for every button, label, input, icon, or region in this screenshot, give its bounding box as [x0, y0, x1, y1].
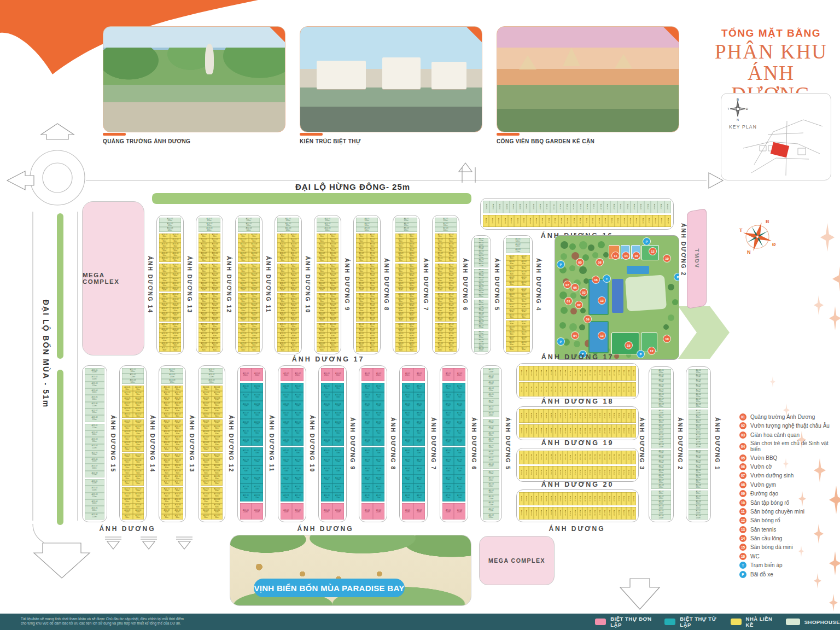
lot-cell: A8-1080m² — [406, 252, 417, 257]
lot-cell: A8-0980m² — [395, 342, 406, 347]
lot-strip: A11-01120m²A11-02120m²A11-03120m²A11-018… — [275, 215, 302, 354]
lot-cell: A9-0780m² — [356, 337, 367, 342]
lot-cell: A18-07 — [549, 424, 553, 438]
lot-cell: A7-1070m² — [454, 419, 465, 428]
lot-cell: A8-0370m² — [402, 457, 413, 465]
lot-cell: A7-1470m² — [454, 437, 465, 446]
lot-cell: A3-04120m² — [651, 464, 671, 469]
lot-cell: A20-06 — [544, 507, 549, 520]
lot-group: A5-0180m²A5-0280m²A5-0380m²A5-0480m²A5-0… — [506, 255, 530, 286]
lot-cell: A14-0580m² — [161, 464, 172, 470]
lot-cell: A7-0880m² — [446, 278, 457, 283]
lot-cell: A8-1080m² — [406, 312, 417, 317]
amenity-label: Sân tập bóng rổ — [750, 500, 789, 506]
lot-cell: A3-05120m² — [651, 429, 671, 434]
lot-cell: A10-0780m² — [317, 278, 328, 283]
lot-block-ad17: A17-01A17-02A17-03A17-04A17-05A17-06A17-… — [516, 363, 639, 399]
lot-cell: A15-0680m² — [133, 464, 144, 470]
tree-icon — [582, 254, 589, 261]
lot-group: A8-01250m²A8-02250m² — [402, 368, 425, 381]
lot-cell: A9-0880m² — [367, 307, 378, 312]
lot-cell: A18-08 — [553, 424, 558, 438]
lot-cell: A7-03120m² — [435, 227, 457, 232]
lot-group: A11-01120m²A11-02120m²A11-03120m² — [277, 218, 299, 232]
lot-cell: A10-0270m² — [332, 447, 344, 456]
lot-cell: A2-03120m² — [689, 379, 708, 384]
lot-cell: A8-1170m² — [402, 428, 413, 436]
lot-cell: A15-08120m² — [85, 415, 104, 422]
lot-cell: A10-0280m² — [328, 293, 339, 298]
lot-cell: A13-1080m² — [212, 441, 223, 447]
lot-cell: A18-21 — [616, 409, 621, 423]
lot-cell: A16-08 — [527, 215, 533, 228]
lot-cell: A18-20 — [611, 424, 616, 438]
lot-cell: A13-0680m² — [212, 464, 223, 470]
lot-cell: A6-06120m² — [474, 290, 488, 294]
lot-cell: A13-0980m² — [201, 509, 212, 514]
lot-cell: A12-0570m² — [240, 465, 252, 474]
lot-cell: A9-1080m² — [367, 252, 378, 257]
lot-group: A10-01120m²A10-02120m²A10-03120m² — [317, 218, 339, 232]
lot-cell: A16-25 — [644, 201, 651, 213]
lot-cell: A15-0980m² — [122, 441, 133, 447]
lot-cell: A11-1180m² — [277, 287, 288, 292]
street-label-ad20: ÁNH DƯƠNG 20 — [516, 481, 639, 488]
lot-cell: A18-23 — [626, 424, 631, 438]
lot-cell: A17-05 — [539, 382, 544, 397]
lot-cell: A2-04120m² — [689, 464, 708, 469]
lot-cell: A9-1180m² — [356, 287, 367, 292]
lot-cell: A14-1080m² — [170, 312, 181, 317]
lot-cell: A17-11 — [568, 366, 573, 381]
lot-cell: A11-0680m² — [288, 303, 299, 308]
lot-cell: A7-0180m² — [435, 234, 446, 238]
lot-cell: A19-22 — [621, 451, 626, 464]
lot-cell: A17-15 — [587, 366, 592, 381]
lot-cell: A14-0880m² — [172, 470, 183, 475]
lot-cell: A11-0580m² — [277, 303, 288, 308]
lot-cell: A15-0180m² — [122, 487, 133, 493]
lot-cell: A14-0280m² — [170, 234, 181, 238]
lot-cell: A14-0580m² — [159, 303, 170, 308]
lot-cell: A15-0580m² — [122, 464, 133, 470]
lot-cell: A12-0380m² — [238, 298, 249, 303]
lot-cell: A19-14 — [582, 466, 587, 480]
street-label-bottom: ÁNH DƯƠNG — [533, 525, 621, 533]
lot-cell: A10-0380m² — [317, 268, 328, 273]
lot-cell: A9-1070m² — [373, 483, 384, 492]
lot-cell: A16-03 — [497, 201, 503, 213]
lot-cell: A12-1280m² — [249, 317, 260, 322]
lot-cell: A20-13 — [578, 507, 582, 520]
lot-cell: A10-1180m² — [317, 347, 328, 352]
masterplan-poster: QUẢNG TRƯỜNG ÁNH DƯƠNG KIẾN TRÚC BIỆT TH… — [0, 0, 840, 630]
lot-cell: A12-0970m² — [240, 483, 252, 492]
tree-icon — [561, 253, 567, 260]
lot-group: A13-0180m²A13-0280m²A13-0380m²A13-0480m²… — [199, 293, 220, 322]
lot-group: A2-01120m²A2-02120m²A2-03120m²A2-04120m²… — [689, 450, 708, 489]
park-marker-15: 15 — [625, 342, 632, 349]
lot-cell: A5-0680m² — [518, 331, 530, 336]
lot-group: A13-0180m²A13-0280m²A13-0380m²A13-0480m²… — [199, 264, 220, 292]
amenity-label: Vườn tượng nghệ thuật châu Âu — [750, 423, 830, 429]
lot-cell: A16-27 — [657, 201, 664, 213]
lot-cell: A15-03120m² — [85, 437, 104, 444]
lot-cell: A6-03120m² — [474, 308, 488, 312]
lot-cell: A12-0670m² — [252, 465, 263, 474]
lot-cell: A20-21 — [616, 507, 621, 520]
lot-group: A14-0180m²A14-0280m²A14-0380m²A14-0480m²… — [161, 487, 183, 520]
amenity-label: Vườn dưỡng sinh — [750, 472, 794, 479]
lot-cell: A12-0580m² — [238, 332, 249, 337]
disclaimer-line1: Tài liệu/bản vẽ mang tính chất tham khảo… — [21, 617, 184, 621]
lot-cell: A12-0580m² — [238, 273, 249, 278]
lot-group: A5-0180m²A5-0280m²A5-0380m²A5-0480m²A5-0… — [506, 288, 530, 319]
lot-cell: A6-02120m² — [474, 304, 488, 308]
lot-cell: A2-07120m² — [689, 398, 708, 403]
lot-cell: A9-0480m² — [367, 328, 378, 333]
lot-cell: A13-02120m² — [199, 223, 220, 228]
lot-cell: A16-18 — [597, 201, 604, 213]
lot-cell: A19-11 — [568, 466, 573, 480]
street-label: ÁNH DƯƠNG 14 — [144, 215, 156, 354]
lot-cell: A11-0980m² — [277, 342, 288, 347]
lot-cell: A14-0180m² — [159, 234, 170, 238]
lot-cell: A11-1070m² — [292, 419, 304, 428]
lot-cell: A9-0880m² — [367, 278, 378, 283]
